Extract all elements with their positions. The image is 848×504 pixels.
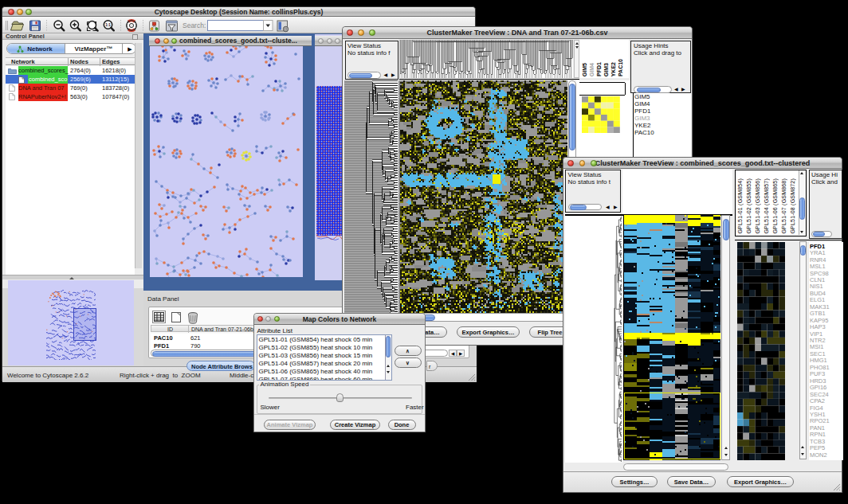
svg-text:1:1: 1:1: [105, 23, 111, 27]
svg-text:Search:: Search:: [183, 21, 206, 29]
